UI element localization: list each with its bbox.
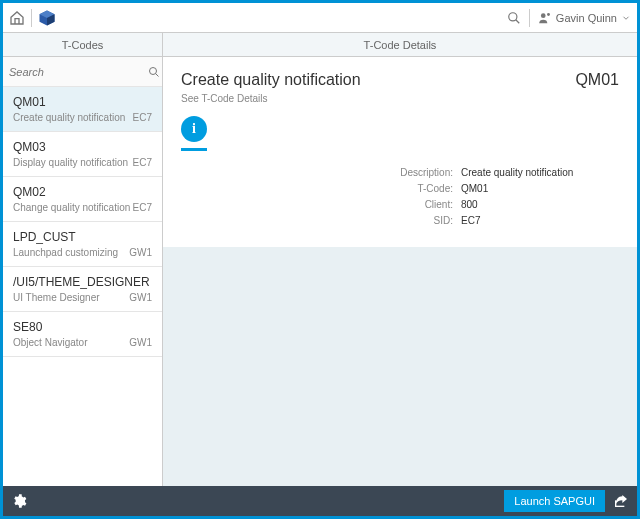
svg-point-5	[541, 13, 546, 18]
column-headers: T-Codes T-Code Details	[3, 33, 637, 57]
field-label: Description:	[181, 165, 461, 181]
search-input[interactable]	[9, 66, 148, 78]
cube-icon[interactable]	[38, 9, 56, 27]
item-code: LPD_CUST	[13, 230, 152, 244]
detail-subtitle: See T-Code Details	[181, 93, 619, 104]
share-icon[interactable]	[613, 493, 629, 509]
list-item[interactable]: /UI5/THEME_DESIGNERUI Theme DesignerGW1	[3, 267, 162, 312]
item-tag: GW1	[129, 247, 152, 258]
detail-panel: Create quality notification QM01 See T-C…	[163, 57, 637, 486]
svg-point-6	[547, 13, 550, 16]
detail-column-title: T-Code Details	[163, 33, 637, 56]
search-icon[interactable]	[148, 66, 160, 78]
main: QM01Create quality notificationEC7QM03Di…	[3, 57, 637, 486]
item-desc: Create quality notification	[13, 112, 152, 123]
svg-point-3	[509, 12, 517, 20]
home-icon[interactable]	[9, 10, 25, 26]
chevron-down-icon	[621, 13, 631, 23]
list-item[interactable]: QM03Display quality notificationEC7	[3, 132, 162, 177]
info-tab[interactable]: i	[181, 116, 207, 151]
info-icon: i	[181, 116, 207, 142]
search-bar	[3, 57, 162, 87]
svg-line-4	[516, 19, 520, 23]
field-label: Client:	[181, 197, 461, 213]
footer-bar: Launch SAPGUI	[3, 486, 637, 516]
field-value: Create quality notification	[461, 165, 573, 181]
detail-code: QM01	[575, 71, 619, 89]
top-bar: Gavin Quinn	[3, 3, 637, 33]
list-column-title: T-Codes	[3, 33, 163, 56]
detail-title: Create quality notification	[181, 71, 361, 89]
field-value: 800	[461, 197, 478, 213]
item-tag: EC7	[133, 112, 152, 123]
svg-point-7	[150, 67, 157, 74]
field-value: EC7	[461, 213, 480, 229]
item-desc: Change quality notification	[13, 202, 152, 213]
field-value: QM01	[461, 181, 488, 197]
list-item[interactable]: LPD_CUSTLaunchpad customizingGW1	[3, 222, 162, 267]
gear-icon[interactable]	[11, 493, 27, 509]
item-desc: Display quality notification	[13, 157, 152, 168]
item-code: SE80	[13, 320, 152, 334]
svg-line-8	[156, 73, 159, 76]
item-tag: GW1	[129, 292, 152, 303]
field-label: T-Code:	[181, 181, 461, 197]
sidebar: QM01Create quality notificationEC7QM03Di…	[3, 57, 163, 486]
item-tag: EC7	[133, 202, 152, 213]
list-item[interactable]: QM02Change quality notificationEC7	[3, 177, 162, 222]
user-menu[interactable]: Gavin Quinn	[538, 11, 631, 25]
item-code: QM03	[13, 140, 152, 154]
list-item[interactable]: QM01Create quality notificationEC7	[3, 87, 162, 132]
item-tag: GW1	[129, 337, 152, 348]
item-code: QM02	[13, 185, 152, 199]
user-name: Gavin Quinn	[556, 12, 617, 24]
svg-rect-10	[615, 506, 624, 507]
detail-card: Create quality notification QM01 See T-C…	[163, 57, 637, 247]
search-icon[interactable]	[507, 11, 521, 25]
tcode-list: QM01Create quality notificationEC7QM03Di…	[3, 87, 162, 486]
launch-sapgui-button[interactable]: Launch SAPGUI	[504, 490, 605, 512]
item-code: /UI5/THEME_DESIGNER	[13, 275, 152, 289]
detail-fields: Description:Create quality notification …	[181, 165, 619, 229]
item-code: QM01	[13, 95, 152, 109]
item-tag: EC7	[133, 157, 152, 168]
list-item[interactable]: SE80Object NavigatorGW1	[3, 312, 162, 357]
user-icon	[538, 11, 552, 25]
field-label: SID:	[181, 213, 461, 229]
